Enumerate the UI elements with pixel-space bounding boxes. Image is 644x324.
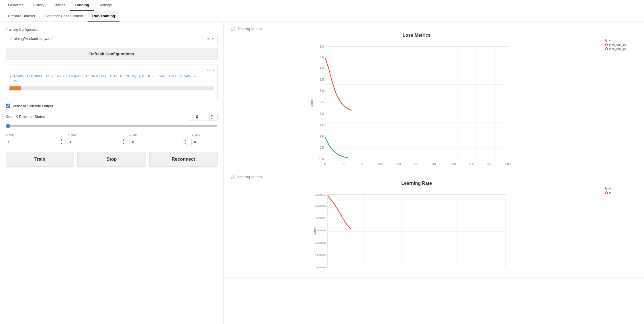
progress-bar	[9, 86, 21, 90]
lr-chart-title-row: 📈 Training Metrics	[230, 175, 262, 179]
lr-chart-header: 📈 Training Metrics ···	[230, 174, 637, 180]
lr-chart-area: Learning Rate value 0.000004	[230, 181, 637, 275]
loss-chart-svg: value 0.0 0.5 1.0 1.5 2.0 2.5 3	[230, 40, 603, 166]
ymin-input[interactable]	[130, 138, 183, 146]
svg-text:450: 450	[487, 162, 492, 166]
chart-icon-lr: 📈	[230, 175, 235, 179]
top-nav-generate[interactable]: Generate	[3, 0, 28, 11]
lr-chart-svg: value 0.000004 0.000005 0.000006 0.00000…	[230, 188, 603, 274]
keep-states-input[interactable]	[189, 113, 209, 120]
loss-metrics-section: 📈 Training Metrics ··· Loss Metrics	[224, 22, 644, 170]
config-clear-icon[interactable]: ✕ ▾	[207, 36, 214, 41]
lr-chart-title: Learning Rate	[230, 181, 603, 186]
svg-text:150: 150	[377, 162, 383, 166]
top-nav: Generate History Utilities Training Sett…	[0, 0, 644, 11]
ymin-decrement[interactable]: ▼	[183, 142, 188, 145]
refresh-configurations-button[interactable]: Refresh Configurations	[6, 48, 218, 60]
svg-rect-26	[328, 194, 506, 268]
top-nav-training[interactable]: Training	[70, 0, 94, 11]
ymin-label: Y Min	[130, 133, 188, 137]
right-panel: 📈 Training Metrics ··· Loss Metrics	[224, 22, 644, 324]
keep-states-spinner: ▲ ▼	[209, 113, 214, 121]
config-box: ✕ ▾	[6, 34, 218, 43]
loss-mel-ce-label: loss_mel_ce	[609, 47, 627, 51]
ymin-increment[interactable]: ▲	[183, 138, 188, 142]
lr-chart-more[interactable]: ···	[632, 174, 637, 180]
lr-label: lr	[609, 191, 611, 195]
verbose-label: Verbose Console Output	[13, 104, 53, 108]
svg-text:value: value	[310, 99, 314, 107]
top-nav-settings[interactable]: Settings	[94, 0, 116, 11]
keep-states-label: Keep X Previous States	[6, 115, 189, 119]
loss-chart-title-row: 📈 Training Metrics	[230, 27, 262, 31]
verbose-checkbox[interactable]	[6, 104, 10, 108]
console-text: [34/500, 171/3000, 1/5] [66.738s/epoch, …	[9, 74, 214, 84]
xmax-label: X Max	[68, 133, 126, 137]
xmin-input-box: ▲ ▼	[6, 138, 64, 146]
top-nav-history[interactable]: History	[28, 0, 49, 11]
xmin-decrement[interactable]: ▼	[59, 142, 64, 145]
console-box: 0.1/0.0s [34/500, 171/3000, 1/5] [66.738…	[6, 65, 218, 99]
lr-legend-title: type	[605, 187, 637, 190]
xmin-increment[interactable]: ▲	[59, 138, 64, 142]
loss-chart-legend: type loss_text_ce loss_mel_ce	[603, 33, 637, 167]
xmax-increment[interactable]: ▲	[121, 138, 126, 142]
loss-chart-subtitle: Training Metrics	[238, 27, 262, 31]
svg-text:0.000004: 0.000004	[315, 266, 326, 269]
svg-text:0.000006: 0.000006	[315, 241, 326, 244]
loss-text-ce-dot	[605, 43, 608, 46]
svg-text:0.000005: 0.000005	[315, 253, 326, 257]
keep-states-slider[interactable]	[6, 125, 218, 127]
slider-container	[6, 123, 218, 127]
config-input[interactable]	[9, 36, 207, 41]
svg-text:0.5: 0.5	[320, 146, 324, 149]
svg-text:200: 200	[396, 162, 401, 166]
svg-text:50: 50	[342, 162, 345, 166]
xmax-input-box: ▲ ▼	[68, 138, 126, 146]
train-button[interactable]: Train	[6, 152, 74, 167]
loss-legend-text-ce: loss_text_ce	[605, 43, 637, 46]
loss-legend-title: type	[605, 38, 637, 42]
keep-states-increment[interactable]: ▲	[210, 113, 214, 117]
xmax-decrement[interactable]: ▼	[121, 142, 126, 145]
ymax-input-box: ▲ ▼	[191, 138, 224, 146]
sub-nav-prepare-dataset[interactable]: Prepare Dataset	[3, 11, 40, 22]
svg-text:500: 500	[505, 162, 510, 166]
xmin-input[interactable]	[6, 138, 59, 146]
xmax-input[interactable]	[68, 138, 121, 146]
ymin-group: Y Min ▲ ▼	[130, 133, 188, 146]
loss-chart-more[interactable]: ···	[632, 26, 637, 32]
svg-text:0.0: 0.0	[320, 157, 324, 161]
svg-text:3.0: 3.0	[320, 89, 324, 92]
grid-fields: X Min ▲ ▼ X Max ▲ ▼	[6, 133, 218, 146]
svg-text:400: 400	[469, 162, 474, 166]
top-nav-utilities[interactable]: Utilities	[49, 0, 70, 11]
loss-chart-area: Loss Metrics value	[230, 33, 637, 167]
loss-chart-title: Loss Metrics	[230, 33, 603, 38]
stop-button[interactable]: Stop	[77, 152, 146, 167]
svg-text:2.0: 2.0	[320, 112, 324, 115]
svg-text:4.0: 4.0	[320, 66, 324, 70]
svg-text:4.5: 4.5	[320, 55, 324, 59]
svg-text:0: 0	[324, 162, 326, 166]
loss-text-ce-label: loss_text_ce	[609, 43, 627, 46]
reconnect-button[interactable]: Reconnect	[149, 152, 218, 167]
keep-states-row: Keep X Previous States ▲ ▼	[6, 113, 218, 121]
progress-container	[9, 86, 214, 90]
svg-text:250: 250	[414, 162, 419, 166]
loss-mel-ce-dot	[605, 47, 608, 50]
sub-nav-run-training[interactable]: Run Training	[88, 11, 120, 22]
svg-text:100: 100	[359, 162, 364, 166]
sub-nav-generate-config[interactable]: Generate Configuration	[40, 11, 88, 22]
config-input-row: ✕ ▾	[6, 34, 217, 43]
console-timer: 0.1/0.0s	[9, 68, 214, 72]
ymax-input[interactable]	[192, 138, 224, 146]
ymin-input-box: ▲ ▼	[130, 138, 188, 146]
lr-dot	[605, 191, 608, 194]
lr-chart-subtitle: Training Metrics	[238, 175, 262, 179]
sub-nav: Prepare Dataset Generate Configuration R…	[0, 11, 644, 22]
xmin-label: X Min	[6, 133, 64, 137]
svg-text:2.5: 2.5	[320, 100, 324, 104]
keep-states-decrement[interactable]: ▼	[210, 117, 214, 121]
lr-legend-item: lr	[605, 191, 637, 195]
